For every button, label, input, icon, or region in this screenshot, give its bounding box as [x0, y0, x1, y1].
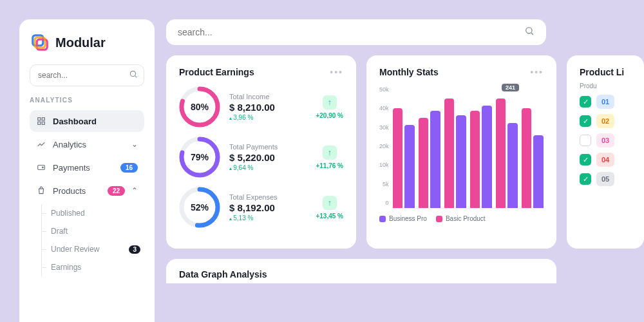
badge-review: 3 — [129, 245, 140, 254]
metric-delta: 3,96 % — [229, 114, 307, 121]
product-chip: 05 — [596, 172, 614, 186]
subitem-under-review[interactable]: Under Review3 — [44, 240, 144, 258]
bar-basic[interactable] — [522, 108, 532, 208]
chart-legend: Business Pro Basic Product — [379, 215, 544, 222]
bar-basic[interactable] — [444, 99, 455, 208]
subitem-draft[interactable]: Draft — [44, 222, 144, 240]
list-item: 03 — [580, 133, 631, 147]
section-label-analytics: ANALYTICS — [30, 97, 144, 104]
bar-basic[interactable] — [496, 99, 506, 208]
bar-pair — [470, 86, 492, 208]
checkbox[interactable]: ✓ — [580, 115, 591, 127]
card-title: Data Graph Analysis — [179, 269, 544, 279]
bar-basic[interactable] — [419, 118, 429, 208]
bar-pair — [444, 86, 466, 208]
checkbox[interactable]: ✓ — [580, 154, 591, 166]
card-title: Product Earnings — [179, 67, 254, 77]
metric-growth: +13,45 % — [316, 213, 343, 220]
y-tick: 30k — [379, 124, 389, 131]
svg-rect-7 — [38, 122, 41, 124]
brand-name: Modular — [55, 35, 106, 50]
y-tick: 0 — [379, 200, 389, 206]
bar-business[interactable] — [404, 125, 415, 208]
sidebar-search — [30, 64, 144, 86]
legend-label: Basic Product — [446, 215, 486, 222]
bar-business[interactable] — [482, 106, 492, 208]
checkbox[interactable] — [580, 135, 591, 146]
subitem-label: Draft — [51, 227, 68, 236]
bar-basic[interactable] — [393, 108, 403, 208]
metric-value: $ 8,192.00 — [229, 202, 307, 213]
earnings-row: 52%Total Expenses$ 8,192.005,13 %↑+13,45… — [179, 187, 343, 228]
subitem-label: Under Review — [51, 245, 99, 254]
bar-business[interactable] — [507, 123, 518, 208]
y-tick: 5k — [379, 181, 389, 187]
products-submenu: Published Draft Under Review3 Earnings — [41, 204, 144, 276]
sidebar-item-products[interactable]: Products 22 ⌃ — [30, 180, 144, 202]
ring-percent: 79% — [179, 137, 220, 178]
checkbox[interactable]: ✓ — [580, 173, 591, 185]
ring-percent: 80% — [179, 86, 220, 128]
y-tick: 20k — [379, 143, 389, 149]
bar-business[interactable] — [456, 115, 466, 208]
legend-business-pro: Business Pro — [379, 215, 427, 222]
monthly-stats-card: Monthly Stats ••• 50k40k30k20k10k5k0 241… — [366, 55, 556, 249]
sidebar: Modular ANALYTICS Dashboard Analytics ⌄ … — [19, 19, 155, 322]
top-search — [166, 19, 546, 45]
bar-basic[interactable] — [470, 111, 480, 208]
bar-business[interactable] — [430, 111, 440, 208]
subitem-published[interactable]: Published — [44, 204, 144, 222]
metric-value: $ 8,210.00 — [229, 102, 307, 113]
sidebar-item-dashboard[interactable]: Dashboard — [30, 110, 144, 132]
more-icon[interactable]: ••• — [530, 67, 544, 77]
monthly-chart: 50k40k30k20k10k5k0 241 — [379, 86, 544, 209]
chevron-down-icon: ⌄ — [131, 140, 138, 149]
card-title: Monthly Stats — [379, 67, 439, 77]
brand-logo: Modular — [30, 32, 144, 53]
subitem-earnings[interactable]: Earnings — [44, 258, 144, 276]
list-item: ✓02 — [580, 114, 631, 128]
arrow-up-icon: ↑ — [323, 196, 337, 210]
legend-label: Business Pro — [389, 215, 427, 222]
chart-bars: 241 — [393, 86, 544, 209]
bar-pair — [522, 86, 544, 208]
product-chip: 04 — [596, 153, 614, 167]
nav-label: Products — [53, 186, 101, 196]
bar-pair — [496, 86, 518, 208]
nav-label: Dashboard — [53, 117, 138, 126]
swatch-icon — [436, 216, 442, 222]
card-title: Product Li — [580, 67, 624, 77]
subitem-label: Earnings — [51, 263, 81, 272]
top-search-input[interactable] — [178, 27, 524, 37]
metric-delta: 5,13 % — [229, 214, 307, 222]
metric-label: Total Income — [229, 93, 307, 100]
svg-point-3 — [130, 71, 135, 76]
y-tick: 50k — [379, 86, 389, 93]
sidebar-item-payments[interactable]: Payments 16 — [30, 156, 144, 178]
product-chip: 02 — [596, 114, 614, 128]
bar-business[interactable] — [533, 135, 544, 208]
sidebar-search-input[interactable] — [30, 64, 144, 86]
arrow-up-icon: ↑ — [323, 95, 337, 109]
list-item: ✓04 — [580, 153, 631, 167]
checkbox[interactable]: ✓ — [580, 96, 591, 108]
svg-rect-5 — [38, 118, 41, 120]
svg-point-11 — [526, 28, 532, 33]
swatch-icon — [379, 216, 386, 222]
sidebar-item-analytics[interactable]: Analytics ⌄ — [30, 133, 144, 155]
wallet-icon — [36, 162, 46, 173]
product-earnings-card: Product Earnings ••• 80%Total Income$ 8,… — [166, 55, 356, 249]
metric-growth: +11,76 % — [316, 162, 343, 169]
search-icon — [129, 70, 138, 81]
list-item: ✓01 — [580, 95, 631, 109]
list-item: ✓05 — [580, 172, 631, 186]
product-list-card: Product Li Produ ✓01✓0203✓04✓05 — [567, 55, 644, 249]
more-icon[interactable]: ••• — [330, 67, 343, 77]
ring-percent: 52% — [179, 187, 220, 228]
product-chip: 03 — [596, 133, 614, 147]
badge-products: 22 — [108, 186, 125, 196]
progress-ring: 80% — [179, 86, 220, 128]
metric-growth: +20,90 % — [316, 112, 343, 119]
y-tick: 40k — [379, 105, 389, 111]
product-chip: 01 — [596, 95, 614, 109]
